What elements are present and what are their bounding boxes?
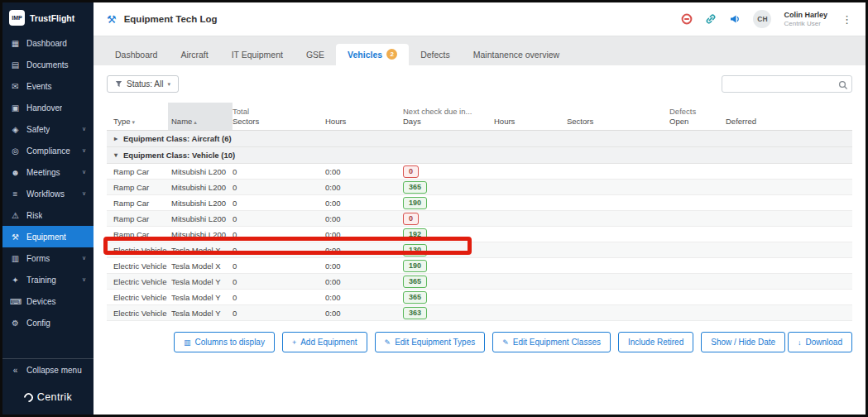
devices-icon: ⌨ xyxy=(10,297,21,306)
centrik-logo: Centrik xyxy=(2,381,94,415)
cell-name: Mitsubishi L200 xyxy=(171,199,233,208)
search-icon xyxy=(838,79,848,93)
cell-name: Mitsubishi L200 xyxy=(171,230,233,239)
title-wrap: ⚒ Equipment Tech Log xyxy=(107,13,218,26)
actions-bar: ▥Columns to display+Add Equipment✎Edit E… xyxy=(107,332,852,352)
edit-equipment-types-button[interactable]: ✎Edit Equipment Types xyxy=(375,332,486,352)
warning-icon: ⚠ xyxy=(10,211,21,220)
trustflight-logo-icon: IMP xyxy=(9,10,25,26)
centrik-label: Centrik xyxy=(37,391,72,403)
days-due-badge: 365 xyxy=(403,291,427,304)
cell-total-sectors: 0 xyxy=(233,246,325,255)
equipment-table: Type▾Name▴TotalSectorsHoursNext check du… xyxy=(107,101,852,321)
table-row[interactable]: Ramp CarMitsubishi L20000:000 xyxy=(107,164,852,180)
group-row-equipment-class-aircraft-6[interactable]: ▸Equipment Class: Aircraft (6) xyxy=(107,131,852,147)
column-header-sectors: Sectors xyxy=(567,103,669,130)
sidebar-item-compliance[interactable]: ◎Compliance∨ xyxy=(2,140,94,161)
target-icon: ◎ xyxy=(10,146,21,156)
column-header-name[interactable]: Name▴ xyxy=(168,103,233,130)
user-info[interactable]: Colin Harley Centrik User xyxy=(784,11,827,27)
megaphone-icon[interactable] xyxy=(729,13,741,25)
cell-type: Electric Vehicle xyxy=(113,293,171,302)
sidebar-item-devices[interactable]: ⌨Devices xyxy=(2,290,94,312)
table-row[interactable]: Electric VehicleTesla Model X00:00190 xyxy=(107,258,852,274)
search-input[interactable] xyxy=(722,75,852,93)
graduation-icon: ✦ xyxy=(10,276,21,285)
sidebar-item-meetings[interactable]: ☻Meetings∨ xyxy=(2,161,94,183)
tab-aircraft[interactable]: Aircraft xyxy=(169,45,219,65)
table-row[interactable]: Electric VehicleTesla Model Y00:00363 xyxy=(107,305,852,321)
sidebar-item-documents[interactable]: ▤Documents xyxy=(2,54,94,75)
sort-icon: ▴ xyxy=(194,119,197,125)
cell-days-due: 130 xyxy=(403,244,494,256)
page-title: Equipment Tech Log xyxy=(124,14,218,24)
tab-defects[interactable]: Defects xyxy=(409,45,462,65)
toolbar: Status: All ▾ xyxy=(107,75,852,93)
sidebar-item-training[interactable]: ✦Training∨ xyxy=(2,269,94,290)
tab-label: Vehicles xyxy=(348,50,382,60)
table-row[interactable]: Ramp CarMitsubishi L20000:00192 xyxy=(107,227,852,242)
collapse-label: Collapse menu xyxy=(26,366,82,375)
table-row[interactable]: Electric VehicleTesla Model X00:00130 xyxy=(107,242,852,258)
days-due-badge: 363 xyxy=(403,307,427,319)
table-row[interactable]: Ramp CarMitsubishi L20000:000 xyxy=(107,211,852,227)
sidebar-item-workflows[interactable]: ≡Workflows∨ xyxy=(2,183,94,204)
sidebar-item-config[interactable]: ⚙Config xyxy=(2,312,94,333)
download-button[interactable]: ↓Download xyxy=(788,332,852,352)
include-retired-button[interactable]: Include Retired xyxy=(618,332,693,352)
status-filter-button[interactable]: Status: All ▾ xyxy=(107,75,179,93)
sidebar-item-label: Devices xyxy=(26,297,56,306)
sidebar-item-dashboard[interactable]: ▦Dashboard xyxy=(2,32,94,54)
cell-hours: 0:00 xyxy=(325,261,403,271)
cell-hours: 0:00 xyxy=(325,277,403,286)
tab-gse[interactable]: GSE xyxy=(295,45,336,65)
edit-equipment-classes-button[interactable]: ✎Edit Equipment Classes xyxy=(492,332,611,352)
chevron-down-icon: ∨ xyxy=(82,169,86,175)
chevron-down-icon: ▾ xyxy=(167,81,170,88)
tab-maintanence-overview[interactable]: Maintanence overview xyxy=(462,45,571,65)
column-header-type[interactable]: Type▾ xyxy=(113,103,171,130)
topbar: ⚒ Equipment Tech Log CH Colin Harley Cen… xyxy=(94,2,866,36)
gear-icon: ⚙ xyxy=(10,319,21,328)
tab-dashboard[interactable]: Dashboard xyxy=(103,45,169,65)
days-due-badge: 192 xyxy=(403,228,427,241)
table-row[interactable]: Electric VehicleTesla Model Y00:00365 xyxy=(107,290,852,305)
cell-hours: 0:00 xyxy=(325,230,403,239)
group-row-equipment-class-vehicle-10[interactable]: ▾Equipment Class: Vehicle (10) xyxy=(107,147,852,164)
kebab-menu-icon[interactable]: ⋮ xyxy=(840,13,854,26)
cell-name: Tesla Model Y xyxy=(171,309,233,318)
collapse-menu-button[interactable]: « Collapse menu xyxy=(2,358,94,381)
table-row[interactable]: Electric VehicleTesla Model Y00:00365 xyxy=(107,274,852,290)
days-due-badge: 0 xyxy=(403,165,419,178)
sidebar-item-handover[interactable]: ▣Handover xyxy=(2,97,94,118)
alerts-icon[interactable] xyxy=(681,13,693,25)
cell-days-due: 363 xyxy=(403,307,494,319)
main-area: ⚒ Equipment Tech Log CH Colin Harley Cen… xyxy=(94,2,866,415)
tab-it-equipment[interactable]: IT Equipment xyxy=(220,45,295,65)
table-row[interactable]: Ramp CarMitsubishi L20000:00190 xyxy=(107,195,852,211)
sidebar-item-events[interactable]: ✉Events xyxy=(2,75,94,97)
tab-label: Dashboard xyxy=(115,50,157,60)
brand: IMP TrustFlight xyxy=(2,2,94,32)
columns-to-display-button[interactable]: ▥Columns to display xyxy=(174,332,275,352)
sidebar-item-equipment[interactable]: ⚒Equipment xyxy=(2,226,94,247)
cell-type: Electric Vehicle xyxy=(113,277,171,286)
add-equipment-button[interactable]: +Add Equipment xyxy=(282,332,367,352)
clipboard-icon: ▥ xyxy=(10,254,21,263)
link-icon[interactable] xyxy=(705,13,717,25)
chevron-down-icon: ∨ xyxy=(82,190,86,197)
cell-hours: 0:00 xyxy=(325,214,403,223)
sidebar-item-risk[interactable]: ⚠Risk xyxy=(2,204,94,226)
table-row[interactable]: Ramp CarMitsubishi L20000:00365 xyxy=(107,180,852,195)
sidebar-item-label: Training xyxy=(26,276,56,285)
days-due-badge: 365 xyxy=(403,276,427,288)
days-due-badge: 130 xyxy=(403,244,427,256)
avatar[interactable]: CH xyxy=(753,10,771,28)
sidebar-footer: « Collapse menu Centrik xyxy=(2,358,94,415)
show-hide-date-button[interactable]: Show / Hide Date xyxy=(701,332,785,352)
cell-type: Ramp Car xyxy=(113,167,171,176)
tab-vehicles[interactable]: Vehicles2 xyxy=(336,44,409,65)
sidebar-item-safety[interactable]: ◈Safety∨ xyxy=(2,118,94,140)
sidebar-item-forms[interactable]: ▥Forms∨ xyxy=(2,247,94,269)
cell-total-sectors: 0 xyxy=(233,167,325,176)
